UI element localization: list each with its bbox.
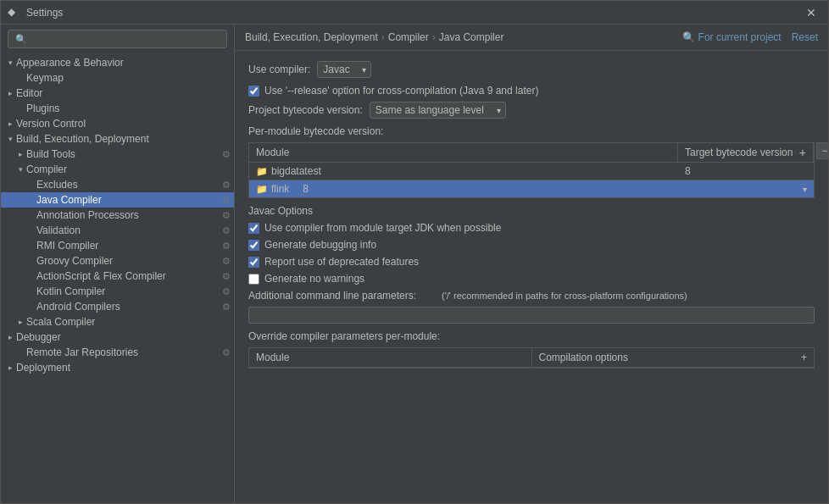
sidebar-item-java-compiler[interactable]: Java Compiler ⚙ bbox=[1, 192, 234, 208]
bytecode-version-select-wrapper: Same as language level bbox=[370, 102, 506, 119]
minus-btn[interactable]: − bbox=[816, 142, 828, 159]
javac-options-title: Javac Options bbox=[248, 205, 815, 217]
sidebar-tree: ▾ Appearance & Behavior Keymap ▸ Editor … bbox=[1, 53, 234, 503]
sidebar-item-label: Android Compilers bbox=[36, 301, 222, 313]
javac-option-row: Generate debugging info bbox=[248, 239, 815, 251]
sidebar-item-label: Appearance & Behavior bbox=[16, 57, 234, 69]
sidebar-item-label: Annotation Processors bbox=[36, 209, 222, 221]
sidebar-item-rmi-compiler[interactable]: RMI Compiler ⚙ bbox=[1, 238, 234, 253]
table-action-buttons: − bbox=[816, 142, 828, 159]
additional-params-hint: ('/' recommended in paths for cross-plat… bbox=[442, 291, 815, 301]
settings-icon: ⚙ bbox=[222, 241, 231, 252]
sidebar-item-keymap[interactable]: Keymap bbox=[1, 70, 234, 86]
use-compiler-module-checkbox[interactable] bbox=[248, 223, 259, 234]
javac-options-section: Javac Options Use compiler from module t… bbox=[248, 205, 815, 285]
use-release-label: Use '--release' option for cross-compila… bbox=[264, 85, 538, 97]
override-add-btn[interactable]: + bbox=[801, 352, 807, 363]
sidebar-item-excludes[interactable]: Excludes ⚙ bbox=[1, 177, 234, 192]
arrow-icon: ▾ bbox=[14, 165, 26, 174]
sidebar-item-label: Remote Jar Repositories bbox=[26, 346, 222, 358]
module-cell-bigdatatest: 📁 bigdatatest bbox=[249, 163, 678, 180]
sidebar-item-label: Deployment bbox=[16, 362, 234, 374]
version-col-label: Target bytecode version bbox=[685, 147, 793, 158]
sidebar-item-validation[interactable]: Validation ⚙ bbox=[1, 223, 234, 238]
generate-debug-checkbox[interactable] bbox=[248, 240, 259, 251]
sidebar-item-android-compilers[interactable]: Android Compilers ⚙ bbox=[1, 299, 234, 314]
use-compiler-row: Use compiler: Javac bbox=[248, 61, 815, 78]
add-module-btn[interactable]: + bbox=[799, 147, 806, 158]
override-table-header: Module Compilation options + bbox=[249, 348, 814, 368]
compiler-select-wrapper: Javac bbox=[317, 61, 371, 78]
use-release-row: Use '--release' option for cross-compila… bbox=[248, 85, 815, 97]
sidebar-item-remote-jar[interactable]: Remote Jar Repositories ⚙ bbox=[1, 345, 234, 360]
reset-btn[interactable]: Reset bbox=[792, 31, 818, 43]
javac-option-row: Use compiler from module target JDK when… bbox=[248, 222, 815, 234]
sidebar-item-editor[interactable]: ▸ Editor bbox=[1, 86, 234, 101]
sidebar-item-kotlin-compiler[interactable]: Kotlin Compiler ⚙ bbox=[1, 284, 234, 299]
version-cell-flink: 8 ▾ bbox=[296, 180, 814, 197]
settings-icon: ⚙ bbox=[222, 271, 231, 282]
arrow-icon: ▾ bbox=[4, 58, 16, 67]
sidebar-item-label: Editor bbox=[16, 87, 234, 99]
sidebar-item-compiler[interactable]: ▾ Compiler bbox=[1, 162, 234, 177]
sidebar-item-actionscript-flex[interactable]: ActionScript & Flex Compiler ⚙ bbox=[1, 269, 234, 284]
table-row[interactable]: 📁 flink 8 ▾ bbox=[249, 180, 814, 197]
breadcrumb-part-2[interactable]: Compiler bbox=[388, 31, 429, 43]
settings-icon: ⚙ bbox=[222, 225, 231, 236]
module-name-flink: flink bbox=[271, 183, 289, 195]
sidebar-item-scala-compiler[interactable]: ▸ Scala Compiler bbox=[1, 314, 234, 330]
for-current-project-btn[interactable]: 🔍 For current project bbox=[682, 31, 781, 43]
sidebar-item-version-control[interactable]: ▸ Version Control bbox=[1, 116, 234, 131]
compilation-options-label: Compilation options bbox=[539, 352, 628, 363]
no-warnings-checkbox[interactable] bbox=[248, 274, 259, 285]
breadcrumb-part-1[interactable]: Build, Execution, Deployment bbox=[245, 31, 378, 43]
version-col-header: Target bytecode version + bbox=[678, 143, 814, 162]
module-table: Module Target bytecode version + 📁 bigda… bbox=[248, 142, 815, 198]
settings-icon: ⚙ bbox=[222, 302, 231, 313]
bytecode-version-select[interactable]: Same as language level bbox=[370, 102, 506, 119]
search-box[interactable]: 🔍 bbox=[8, 30, 227, 48]
javac-option-row: Report use of deprecated features bbox=[248, 256, 815, 268]
sidebar-item-build-tools[interactable]: ▸ Build Tools ⚙ bbox=[1, 147, 234, 162]
folder-icon: 📁 bbox=[256, 166, 268, 177]
sidebar-item-debugger[interactable]: ▸ Debugger bbox=[1, 330, 234, 345]
breadcrumb-part-3: Java Compiler bbox=[439, 31, 504, 43]
version-dropdown-arrow[interactable]: ▾ bbox=[803, 185, 807, 194]
report-deprecated-checkbox[interactable] bbox=[248, 257, 259, 268]
use-release-checkbox[interactable] bbox=[248, 86, 259, 97]
compiler-select[interactable]: Javac bbox=[317, 61, 371, 78]
sidebar-item-appearance[interactable]: ▾ Appearance & Behavior bbox=[1, 55, 234, 70]
arrow-icon: ▾ bbox=[4, 135, 16, 143]
bytecode-version-label: Project bytecode version: bbox=[248, 104, 363, 116]
sidebar-item-label: Build, Execution, Deployment bbox=[16, 133, 234, 145]
search-input[interactable] bbox=[31, 33, 220, 45]
folder-icon: 📁 bbox=[256, 184, 268, 195]
javac-option-row: Generate no warnings bbox=[248, 273, 815, 285]
additional-params-input[interactable] bbox=[248, 307, 815, 324]
title-bar: ◆ Settings ✕ bbox=[1, 1, 828, 25]
sidebar-item-label: Version Control bbox=[16, 118, 234, 130]
sidebar-item-build-exec-deploy[interactable]: ▾ Build, Execution, Deployment bbox=[1, 131, 234, 147]
close-button[interactable]: ✕ bbox=[801, 4, 821, 21]
sidebar-item-plugins[interactable]: Plugins bbox=[1, 101, 234, 116]
sidebar-item-label: Plugins bbox=[26, 102, 234, 114]
arrow-icon: ▸ bbox=[4, 333, 16, 341]
breadcrumb: Build, Execution, Deployment › Compiler … bbox=[245, 31, 504, 43]
sidebar-item-annotation-processors[interactable]: Annotation Processors ⚙ bbox=[1, 208, 234, 223]
use-compiler-module-label: Use compiler from module target JDK when… bbox=[264, 222, 501, 234]
sidebar: 🔍 ▾ Appearance & Behavior Keymap ▸ Edito… bbox=[1, 25, 235, 503]
panel-content: Use compiler: Javac Use '--release' opti… bbox=[235, 51, 828, 503]
table-row[interactable]: 📁 bigdatatest 8 bbox=[249, 163, 814, 180]
additional-params-label: Additional command line parameters: bbox=[248, 290, 435, 302]
main-content: 🔍 ▾ Appearance & Behavior Keymap ▸ Edito… bbox=[1, 25, 828, 503]
sidebar-item-label: Compiler bbox=[26, 163, 234, 175]
settings-icon: ⚙ bbox=[222, 286, 231, 297]
settings-icon: ⚙ bbox=[222, 256, 231, 267]
sidebar-item-groovy-compiler[interactable]: Groovy Compiler ⚙ bbox=[1, 253, 234, 269]
breadcrumb-sep-2: › bbox=[432, 31, 436, 43]
sidebar-item-deployment[interactable]: ▸ Deployment bbox=[1, 360, 234, 375]
breadcrumb-actions: 🔍 For current project Reset bbox=[682, 31, 818, 43]
bytecode-version-row: Project bytecode version: Same as langua… bbox=[248, 102, 815, 119]
settings-icon: ⚙ bbox=[222, 149, 231, 160]
per-module-table-container: Module Target bytecode version + 📁 bigda… bbox=[248, 142, 815, 198]
